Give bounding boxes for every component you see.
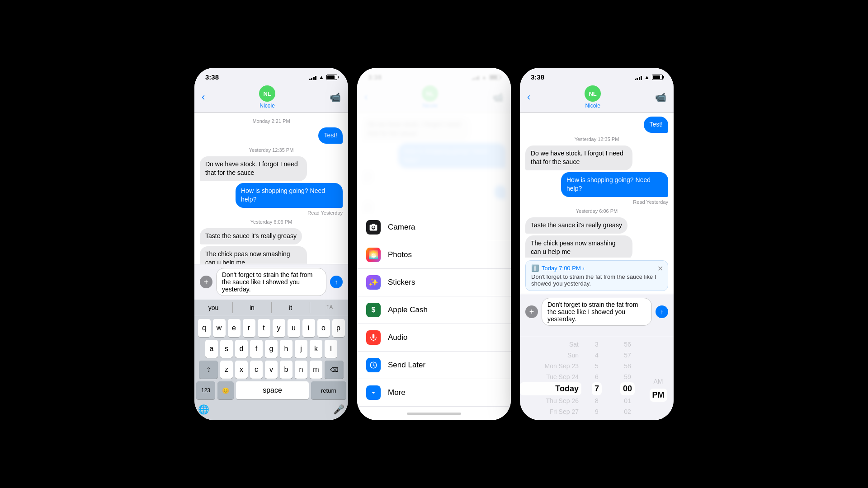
- menu-item-photos[interactable]: 🌅 Photos: [357, 241, 511, 269]
- key-123[interactable]: 123: [196, 381, 215, 399]
- key-u[interactable]: u: [288, 319, 300, 337]
- period-am: AM: [651, 376, 666, 387]
- key-p[interactable]: p: [332, 319, 345, 337]
- signal-icon-3: [635, 75, 642, 80]
- menu-item-audio[interactable]: Audio: [357, 324, 511, 352]
- input-bar-3: + Don't forget to strain the fat from th…: [520, 294, 674, 329]
- message-input-3[interactable]: Don't forget to strain the fat from the …: [542, 298, 652, 326]
- menu-label-stickers: Stickers: [388, 278, 415, 287]
- home-indicator-2: [357, 407, 511, 420]
- key-g[interactable]: g: [265, 340, 278, 358]
- key-space[interactable]: space: [236, 381, 309, 399]
- suggestion-you[interactable]: you: [194, 302, 233, 313]
- video-call-button-3[interactable]: 📹: [655, 92, 666, 103]
- key-x[interactable]: x: [235, 361, 248, 379]
- min-00[interactable]: 00: [620, 382, 635, 395]
- hour-3: 3: [592, 339, 601, 350]
- suggestion-it[interactable]: it: [272, 302, 310, 313]
- key-e[interactable]: e: [228, 319, 241, 337]
- time-picker-rows: Sat Sun Mon Sep 23 Tue Sep 24 Today Thu …: [520, 337, 674, 420]
- menu-item-more[interactable]: More: [357, 379, 511, 407]
- key-r[interactable]: r: [243, 319, 255, 337]
- day-sat: Sat: [520, 339, 581, 350]
- key-y[interactable]: y: [273, 319, 285, 337]
- key-a[interactable]: a: [205, 340, 218, 358]
- back-button-3[interactable]: ‹: [527, 91, 530, 103]
- contact-name-3[interactable]: Nicole: [585, 103, 600, 109]
- key-n[interactable]: n: [295, 361, 307, 379]
- back-button-1[interactable]: ‹: [202, 91, 205, 103]
- hour-4: 4: [592, 350, 601, 361]
- menu-overlay: Camera 🌅 Photos ✨ Stickers $ Apple Cash: [357, 68, 511, 420]
- key-delete[interactable]: ⌫: [325, 361, 344, 379]
- key-o[interactable]: o: [317, 319, 330, 337]
- key-s[interactable]: s: [220, 340, 233, 358]
- nav-center-1: NL Nicole: [259, 85, 275, 109]
- read-receipt-3: Read Yesterday: [633, 199, 668, 205]
- min-58: 58: [621, 361, 634, 371]
- menu-item-apple-cash[interactable]: $ Apple Cash: [357, 296, 511, 324]
- key-shift[interactable]: ⇧: [199, 361, 218, 379]
- nav-center-3: NL Nicole: [585, 85, 601, 109]
- key-z[interactable]: z: [220, 361, 233, 379]
- key-h[interactable]: h: [280, 340, 292, 358]
- day-today[interactable]: Today: [520, 382, 581, 395]
- wifi-icon-1: ▲: [319, 74, 324, 80]
- phone-3: 3:38 ▲ ‹ NL Nicole 📹: [520, 68, 674, 420]
- key-emoji[interactable]: 😊: [217, 381, 234, 399]
- key-return[interactable]: return: [311, 381, 346, 399]
- messages-area-3: Test! Yesterday 12:35 PM Do we have stoc…: [520, 113, 674, 258]
- send-button-1[interactable]: ↑: [330, 276, 343, 288]
- key-t[interactable]: t: [258, 319, 270, 337]
- key-j[interactable]: j: [295, 340, 307, 358]
- key-i[interactable]: i: [302, 319, 315, 337]
- period-pm[interactable]: PM: [650, 389, 667, 402]
- bubble-sent-test: Test!: [318, 127, 343, 144]
- add-attachment-button-3[interactable]: +: [525, 305, 538, 318]
- send-later-message: Don't forget to strain the fat from the …: [531, 273, 662, 287]
- send-button-3[interactable]: ↑: [656, 305, 668, 318]
- bubble-sent-shopping: How is shopping going? Need help?: [236, 183, 343, 208]
- keyboard-1: you in it ⇑A q w e r t y u i o p: [194, 300, 348, 420]
- minute-column: 56 57 58 59 00 01 02 03 04: [612, 339, 643, 420]
- audio-icon: [366, 330, 381, 345]
- menu-item-stickers[interactable]: ✨ Stickers: [357, 269, 511, 296]
- key-row-4: 123 😊 space return: [196, 381, 346, 399]
- min-59: 59: [621, 371, 634, 382]
- status-bar-1: 3:38 ▲: [194, 68, 348, 84]
- svg-point-0: [373, 226, 375, 229]
- key-f[interactable]: f: [250, 340, 263, 358]
- status-icons-1: ▲: [309, 74, 337, 80]
- mic-icon[interactable]: 🎤: [333, 404, 344, 415]
- min-03: 03: [621, 417, 634, 420]
- message-input-1[interactable]: Don't forget to strain the fat from the …: [216, 268, 326, 296]
- send-later-close-button[interactable]: ✕: [657, 264, 663, 273]
- globe-icon[interactable]: 🌐: [198, 404, 209, 415]
- day-sun: Sun: [520, 350, 581, 361]
- key-d[interactable]: d: [235, 340, 248, 358]
- hour-5: 5: [592, 361, 601, 371]
- menu-item-camera[interactable]: Camera: [357, 214, 511, 241]
- key-w[interactable]: w: [213, 319, 226, 337]
- suggestion-AA[interactable]: ⇑A: [310, 302, 348, 313]
- battery-icon-1: [326, 75, 337, 80]
- bubble-received-stock-3: Do we have stock. I forgot I need that f…: [525, 145, 632, 170]
- key-c[interactable]: c: [250, 361, 263, 379]
- key-k[interactable]: k: [310, 340, 322, 358]
- contact-name-1[interactable]: Nicole: [259, 103, 274, 109]
- key-q[interactable]: q: [198, 319, 211, 337]
- status-icons-3: ▲: [635, 74, 663, 80]
- bubble-received-chickpeas-3: The chick peas now smashing can u help m…: [525, 235, 632, 258]
- add-attachment-button-1[interactable]: +: [200, 276, 212, 288]
- nav-bar-3: ‹ NL Nicole 📹: [520, 84, 674, 113]
- key-l[interactable]: l: [325, 340, 337, 358]
- suggestion-in[interactable]: in: [233, 302, 271, 313]
- key-v[interactable]: v: [265, 361, 278, 379]
- send-later-time[interactable]: Today 7:00 PM ›: [542, 265, 585, 272]
- key-b[interactable]: b: [280, 361, 292, 379]
- hour-7[interactable]: 7: [592, 382, 602, 395]
- key-m[interactable]: m: [310, 361, 322, 379]
- video-call-button-1[interactable]: 📹: [330, 92, 341, 103]
- read-receipt-1: Read Yesterday: [307, 210, 343, 216]
- menu-item-send-later[interactable]: Send Later: [357, 352, 511, 379]
